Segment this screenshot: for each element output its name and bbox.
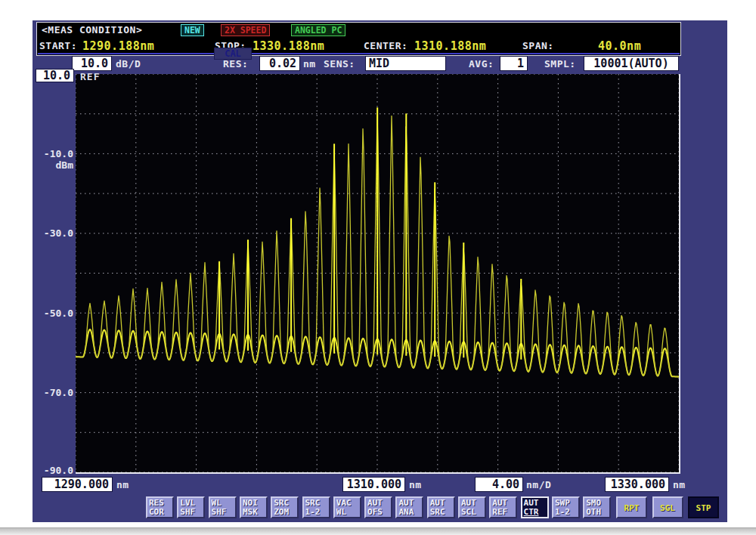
y-tick--70: -70.0 — [37, 387, 73, 398]
softkey-label: REF — [492, 508, 516, 517]
softkey-src-zom[interactable]: SRCZOM — [271, 496, 299, 518]
softkey-lvl-shf[interactable]: LVLSHF — [177, 496, 205, 518]
meas-condition-title: <MEAS CONDITION> — [42, 24, 142, 36]
y-tick--50: -50.0 — [37, 308, 73, 319]
start-value[interactable]: 1290.188nm — [82, 39, 154, 53]
softkey-label: ANA — [398, 508, 422, 517]
span-label: SPAN: — [522, 40, 554, 51]
y-tick--10: -10.0 — [37, 148, 73, 159]
header-underline — [38, 53, 680, 54]
new-badge: NEW — [181, 24, 204, 36]
softkey-label: OFS — [367, 508, 391, 517]
softkey-label: OTH — [586, 508, 609, 517]
softkey-swp-1-2[interactable]: SWP1-2 — [552, 496, 580, 518]
softkey-res-cor[interactable]: RESCOR — [146, 496, 174, 518]
softkey-sgl[interactable]: SGL — [652, 496, 683, 518]
x-stop-field[interactable]: 1330.000 — [605, 477, 669, 492]
softkey-label: ZOM — [274, 508, 297, 517]
softkey-label: CTR — [524, 508, 547, 517]
spectrum-trace — [76, 74, 679, 472]
osa-screenshot: { "colors": { "screen_bg": "#3b3b7b", "p… — [0, 0, 756, 535]
x-perdiv-unit: nm/D — [526, 479, 551, 490]
softkey-aut-ctr[interactable]: AUTCTR — [521, 496, 549, 518]
softkey-stp[interactable]: STP — [688, 496, 719, 518]
x-center-unit: nm — [409, 479, 422, 490]
res-field[interactable]: 0.02 — [259, 56, 300, 71]
softkey-src-1-2[interactable]: SRC1-2 — [302, 496, 330, 518]
smpl-label: SMPL: — [544, 58, 576, 70]
softkey-smo-oth[interactable]: SMOOTH — [583, 496, 611, 518]
smpl-field[interactable]: 10001(AUTO) — [584, 56, 679, 71]
stop-value[interactable]: 1330.188nm — [253, 39, 324, 53]
spectrum-plot — [76, 74, 680, 474]
softkey-wl-shf[interactable]: WLSHF — [209, 496, 237, 518]
sens-field[interactable]: MID — [365, 56, 446, 71]
level-scale-unit: dB/D — [116, 58, 141, 70]
res-unit: nm — [303, 58, 316, 70]
speed-badge: 2X SPEED — [221, 24, 270, 36]
softkey-label: SRC — [430, 508, 454, 517]
osa-screen: <MEAS CONDITION> NEW 2X SPEED ANGLED PC … — [33, 20, 727, 522]
softkey-label: COR — [149, 508, 172, 517]
center-value[interactable]: 1310.188nm — [414, 39, 486, 53]
sens-label: SENS: — [324, 58, 355, 70]
softkey-label: MSK — [243, 508, 266, 517]
softkey-vac-wl[interactable]: VACWL — [333, 496, 361, 518]
window-scrollbar[interactable] — [0, 527, 756, 535]
softkey-label: 1-2 — [555, 508, 578, 517]
center-label: CENTER: — [364, 40, 407, 51]
x-stop-unit: nm — [673, 479, 686, 490]
ref-level-field[interactable]: 10.0 — [36, 69, 74, 82]
softkey-label: SHF — [212, 508, 235, 517]
y-tick--90: -90.0 — [37, 465, 73, 476]
softkey-label: WL — [336, 508, 360, 517]
softkey-aut-ref[interactable]: AUTREF — [489, 496, 517, 518]
x-start-field[interactable]: 1290.000 — [42, 477, 113, 492]
softkey-aut-ofs[interactable]: AUTOFS — [364, 496, 392, 518]
softkey-aut-scl[interactable]: AUTSCL — [458, 496, 486, 518]
softkey-noi-msk[interactable]: NOIMSK — [240, 496, 268, 518]
level-scale-field[interactable]: 10.0 — [72, 56, 112, 71]
x-start-unit: nm — [116, 479, 129, 490]
start-label: START: — [39, 40, 77, 51]
softkey-aut-ana[interactable]: AUTANA — [395, 496, 423, 518]
x-perdiv-field[interactable]: 4.00 — [475, 477, 523, 492]
avg-label: AVG: — [469, 58, 494, 70]
softkey-label: SHF — [180, 508, 203, 517]
avg-field[interactable]: 1 — [500, 56, 528, 71]
ref-label: REF — [80, 71, 100, 82]
softkey-label: 1-2 — [305, 508, 329, 517]
angled-pc-badge: ANGLED PC — [291, 24, 345, 36]
softkey-aut-src[interactable]: AUTSRC — [427, 496, 455, 518]
res-label: RES: — [223, 58, 248, 70]
y-tick--30: -30.0 — [37, 227, 73, 239]
softkey-label: SCL — [461, 508, 485, 517]
softkey-rpt[interactable]: RPT — [616, 496, 647, 518]
span-value[interactable]: 40.0nm — [598, 39, 641, 53]
y-axis-unit: dBm — [37, 159, 73, 171]
x-center-field[interactable]: 1310.000 — [342, 477, 405, 492]
meas-condition-panel: <MEAS CONDITION> NEW 2X SPEED ANGLED PC … — [36, 22, 681, 56]
